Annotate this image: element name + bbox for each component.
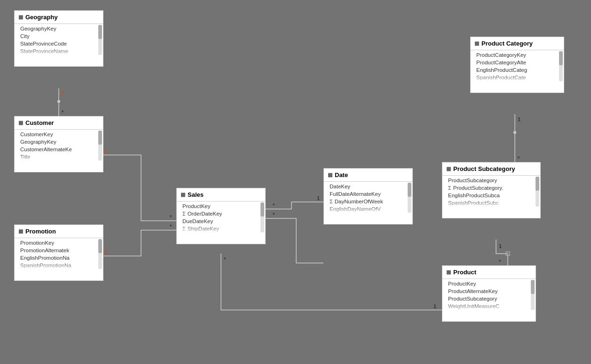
scrollbar-product-category[interactable] (559, 51, 563, 81)
field-customeralternate: CustomerAlternateKe (15, 146, 103, 153)
table-date-body: DateKey FullDateAlternateKey Σ DayNumber… (324, 182, 412, 214)
table-geography-body: GeographyKey City StateProvinceCode Stat… (15, 24, 103, 56)
table-customer-title: Customer (25, 119, 54, 126)
table-icon-date: ▦ (328, 172, 332, 178)
table-icon-customer: ▦ (18, 120, 23, 126)
svg-text:*: * (224, 256, 226, 262)
table-icon-promotion: ▦ (18, 228, 23, 234)
table-product-category-title: Product Category (481, 40, 533, 47)
svg-text:*: * (273, 212, 275, 217)
field-englishproductsubca: EnglishProductSubca (442, 192, 540, 199)
field-promotionalternate: PromotionAlternatek (15, 247, 103, 254)
scrollbar-sales[interactable] (260, 202, 264, 232)
svg-text:*: * (518, 155, 520, 161)
table-product-category-body: ProductCategoryKey ProductCategoryAlte E… (471, 50, 564, 82)
table-icon-geography: ▦ (18, 14, 23, 20)
table-product-subcategory-header: ▦ Product Subcategory (442, 163, 540, 176)
table-product-subcategory[interactable]: ▦ Product Subcategory ProductSubcategory… (442, 162, 541, 218)
table-promotion[interactable]: ▦ Promotion PromotionKey PromotionAltern… (14, 225, 103, 281)
table-promotion-body: PromotionKey PromotionAlternatek English… (15, 238, 103, 270)
table-sales[interactable]: ▦ Sales ProductKey Σ OrderDateKey DueDat… (176, 188, 266, 244)
table-promotion-title: Promotion (25, 228, 56, 235)
field-orderdatekey: Σ OrderDateKey (177, 210, 265, 217)
table-date-header: ▦ Date (324, 169, 412, 182)
table-geography[interactable]: ▦ Geography GeographyKey City StateProvi… (14, 10, 103, 67)
fade-bottom-product-category (471, 74, 564, 82)
field-stateprovincecode: StateProvinceCode (15, 40, 103, 47)
table-sales-body: ProductKey Σ OrderDateKey DueDateKey Σ S… (177, 201, 265, 233)
field-productcategoryalte: ProductCategoryAlte (471, 59, 564, 66)
table-customer-header: ▦ Customer (15, 116, 103, 130)
table-promotion-header: ▦ Promotion (15, 225, 103, 238)
svg-text:1: 1 (317, 195, 320, 201)
svg-text:*: * (62, 109, 64, 115)
field-productsubcategory-sigma: Σ ProductSubcategory. (442, 184, 540, 192)
field-customer-geographykey: GeographyKey (15, 138, 103, 146)
fade-bottom-sales (177, 225, 265, 233)
svg-text:*: * (273, 202, 275, 208)
svg-text:*: * (170, 224, 172, 229)
table-geography-header: ▦ Geography (15, 11, 103, 24)
diagram-canvas: 1 * 1 * 1 * * 1 * * 1 1 * (0, 0, 591, 364)
svg-text:*: * (499, 259, 501, 264)
svg-rect-20 (506, 252, 510, 256)
fade-bottom-date (324, 205, 412, 214)
table-customer[interactable]: ▦ Customer CustomerKey GeographyKey Cust… (14, 116, 103, 172)
table-product-body: ProductKey ProductAlternateKey ProductSu… (442, 279, 536, 311)
field-datekey: DateKey (324, 183, 412, 190)
table-icon-sales: ▦ (181, 192, 185, 198)
svg-text:1: 1 (104, 148, 107, 154)
table-date[interactable]: ▦ Date DateKey FullDateAlternateKey Σ Da… (323, 168, 413, 225)
svg-text:1: 1 (499, 243, 502, 249)
field-product-productkey: ProductKey (442, 280, 536, 287)
table-icon-product-subcategory: ▦ (446, 166, 451, 172)
table-icon-product: ▦ (446, 269, 451, 275)
field-geographykey: GeographyKey (15, 25, 103, 32)
svg-text:1: 1 (433, 303, 436, 309)
scrollbar-product-subcategory[interactable] (536, 177, 539, 207)
field-daynumberofweek: Σ DayNumberOfWeek (324, 198, 412, 205)
scrollbar-date[interactable] (408, 183, 411, 213)
field-productsubcategory: ProductSubcategory (442, 177, 540, 184)
field-productcategorykey: ProductCategoryKey (471, 51, 564, 59)
field-duedatekey: DueDateKey (177, 217, 265, 225)
table-product-category[interactable]: ▦ Product Category ProductCategoryKey Pr… (470, 37, 564, 93)
fade-bottom-customer (15, 153, 103, 162)
field-productalternatekey: ProductAlternateKey (442, 287, 536, 295)
field-promotionkey: PromotionKey (15, 239, 103, 247)
scrollbar-product[interactable] (531, 280, 535, 310)
field-productkey: ProductKey (177, 202, 265, 210)
table-sales-header: ▦ Sales (177, 188, 265, 201)
table-icon-product-category: ▦ (474, 40, 479, 46)
table-product-title: Product (453, 269, 476, 276)
fade-bottom-product (442, 302, 536, 311)
scrollbar-geography[interactable] (98, 25, 102, 55)
svg-point-17 (513, 131, 516, 134)
table-geography-title: Geography (25, 14, 58, 21)
svg-text:1: 1 (518, 116, 520, 122)
fade-bottom-promotion (15, 262, 103, 270)
table-product-category-header: ▦ Product Category (471, 37, 564, 50)
table-sales-title: Sales (188, 191, 204, 198)
field-city: City (15, 32, 103, 40)
table-date-title: Date (335, 171, 348, 178)
fade-bottom-product-subcategory (442, 199, 540, 208)
scrollbar-promotion[interactable] (98, 239, 102, 269)
table-product-header: ▦ Product (442, 266, 536, 279)
table-product-subcategory-title: Product Subcategory (453, 165, 515, 172)
table-product-subcategory-body: ProductSubcategory Σ ProductSubcategory.… (442, 176, 540, 208)
field-product-productsubcategory: ProductSubcategory (442, 295, 536, 302)
svg-text:1: 1 (104, 249, 107, 255)
fade-bottom (15, 47, 103, 56)
field-fulldatealternatekey: FullDateAlternateKey (324, 190, 412, 198)
svg-text:1: 1 (62, 90, 64, 96)
field-customerkey: CustomerKey (15, 131, 103, 138)
table-customer-body: CustomerKey GeographyKey CustomerAlterna… (15, 130, 103, 162)
table-product[interactable]: ▦ Product ProductKey ProductAlternateKey… (442, 265, 536, 322)
svg-point-3 (57, 100, 60, 103)
svg-text:*: * (170, 214, 172, 220)
scrollbar-customer[interactable] (98, 131, 102, 161)
field-englishpromotion: EnglishPromotionNa (15, 254, 103, 262)
field-englishproductcateg: EnglishProductCateg (471, 66, 564, 74)
